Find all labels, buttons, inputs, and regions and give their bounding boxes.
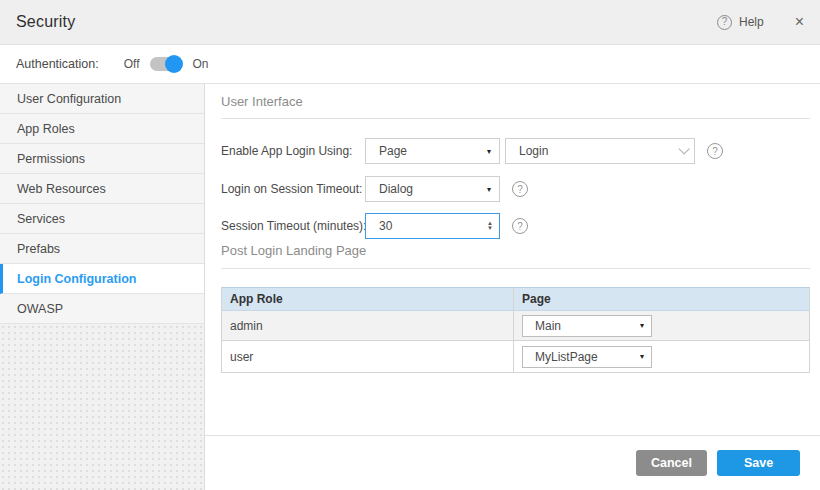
admin-landing-page-value: Main [535,319,561,333]
toggle-off-label: Off [124,57,140,71]
dropdown-arrow-icon: ▾ [487,147,491,156]
session-timeout-mode-help-icon[interactable]: ? [512,181,528,197]
login-page-select[interactable]: Login [505,138,695,164]
sidebar-item-owasp[interactable]: OWASP [0,294,204,324]
enable-app-login-help-icon[interactable]: ? [707,143,723,159]
toggle-on-label: On [193,57,209,71]
enable-app-login-label: Enable App Login Using: [221,138,352,164]
help-circle-icon: ? [717,15,732,30]
user-landing-page-select[interactable]: MyListPage ▾ [522,346,652,368]
session-timeout-minutes-label: Session Timeout (minutes): [221,213,366,239]
section-divider [221,118,810,119]
stepper-down-icon: ▼ [487,226,493,231]
dropdown-arrow-icon: ▾ [640,352,644,361]
sidebar-item-web-resources[interactable]: Web Resources [0,174,204,204]
authentication-toggle[interactable] [150,55,183,73]
footer-divider [205,435,820,436]
security-dialog: Security ? Help × Authentication: Off On… [0,0,820,490]
sidebar-item-permissions[interactable]: Permissions [0,144,204,174]
table-row: user MyListPage ▾ [222,341,809,372]
login-page-value: Login [519,144,548,158]
landing-page-table: App Role Page admin Main ▾ user [221,287,810,373]
login-configuration-panel: User Interface Enable App Login Using: P… [205,84,820,490]
sidebar-item-prefabs[interactable]: Prefabs [0,234,204,264]
number-stepper[interactable]: ▲ ▼ [487,221,493,231]
dialog-header: Security ? Help × [0,0,820,45]
toggle-knob [165,55,183,73]
sidebar: User Configuration App Roles Permissions… [0,84,205,490]
page-title: Security [16,13,75,31]
admin-landing-page-select[interactable]: Main ▾ [522,315,652,337]
session-timeout-mode-value: Dialog [379,182,413,196]
section-title-user-interface: User Interface [221,94,303,109]
column-header-page: Page [514,288,809,310]
sidebar-item-user-configuration[interactable]: User Configuration [0,84,204,114]
login-type-select[interactable]: Page ▾ [365,138,500,164]
sidebar-item-login-configuration[interactable]: Login Configuration [0,264,204,294]
table-header-row: App Role Page [222,288,809,311]
session-timeout-minutes-value: 30 [379,219,392,233]
chevron-down-icon [678,143,689,154]
column-header-app-role: App Role [222,288,514,310]
table-row: admin Main ▾ [222,311,809,341]
session-timeout-login-label: Login on Session Timeout: [221,176,362,202]
authentication-row: Authentication: Off On [0,45,820,84]
session-timeout-mode-select[interactable]: Dialog ▾ [365,176,500,202]
help-label: Help [739,15,764,29]
authentication-label: Authentication: [16,57,99,71]
help-button[interactable]: ? Help [717,15,764,30]
app-role-cell: admin [222,311,514,340]
save-button[interactable]: Save [717,450,800,476]
section-title-post-login-landing-page: Post Login Landing Page [221,243,366,258]
session-timeout-minutes-help-icon[interactable]: ? [512,218,528,234]
sidebar-filler [0,324,204,490]
app-role-cell: user [222,341,514,372]
login-type-value: Page [379,144,407,158]
sidebar-item-services[interactable]: Services [0,204,204,234]
cancel-button[interactable]: Cancel [636,450,707,476]
sidebar-item-app-roles[interactable]: App Roles [0,114,204,144]
close-icon[interactable]: × [795,14,804,30]
session-timeout-minutes-input[interactable]: 30 ▲ ▼ [365,213,500,239]
dropdown-arrow-icon: ▾ [640,321,644,330]
dropdown-arrow-icon: ▾ [487,185,491,194]
section-divider [221,268,810,269]
user-landing-page-value: MyListPage [535,350,598,364]
